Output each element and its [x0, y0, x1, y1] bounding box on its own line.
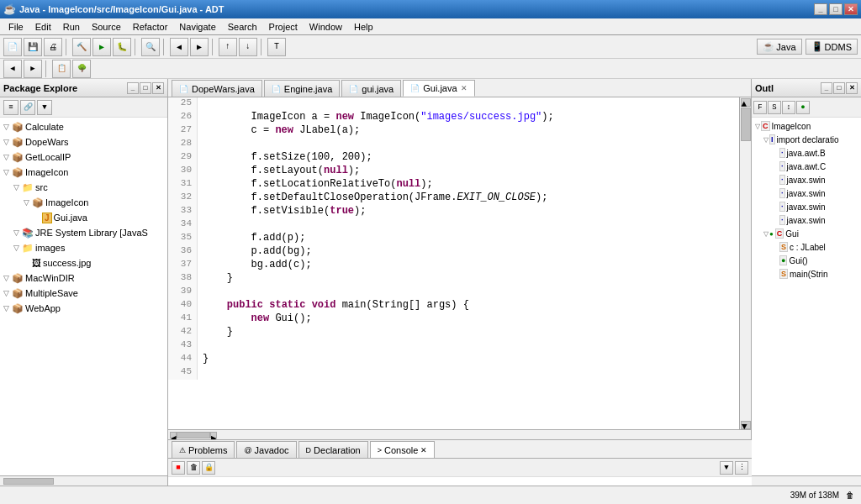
new-button[interactable]: 📄 [3, 38, 22, 56]
outline-sync[interactable]: ● [796, 101, 810, 114]
tree-item[interactable]: ▽📦ImageIcon [2, 165, 166, 180]
outline-item[interactable]: ·javax.swin [753, 186, 859, 200]
build-button[interactable]: 🔨 [72, 38, 91, 56]
line-content[interactable]: } [198, 272, 233, 286]
prev-edit-button[interactable]: ↑ [219, 38, 237, 56]
forward2-button[interactable]: ▶ [24, 60, 42, 78]
menu-item-project[interactable]: Project [264, 20, 303, 34]
java-perspective-button[interactable]: ☕ Java [757, 39, 801, 55]
tab-close-button[interactable]: ✕ [461, 84, 467, 92]
menu-item-run[interactable]: Run [58, 20, 85, 34]
view-menu-button[interactable]: ▼ [37, 100, 52, 115]
gc-button[interactable]: 🗑 [846, 491, 854, 500]
minimize-button[interactable]: _ [814, 3, 827, 15]
tree-item[interactable]: ▽📦WebApp [2, 301, 166, 316]
outline-item[interactable]: ·java.awt.B [753, 146, 859, 160]
editor-tab[interactable]: 📄gui.java [341, 80, 401, 97]
menu-item-navigate[interactable]: Navigate [174, 20, 220, 34]
open-type-button[interactable]: T [267, 38, 286, 56]
tree-expand-icon[interactable]: ▽ [13, 228, 22, 237]
menu-item-edit[interactable]: Edit [30, 20, 56, 34]
outline-item[interactable]: ▽●CGui [753, 227, 859, 240]
menu-item-file[interactable]: File [3, 20, 29, 34]
clear-console-button[interactable]: 🗑 [187, 461, 200, 475]
menu-item-help[interactable]: Help [349, 20, 378, 34]
terminate-button[interactable]: ■ [172, 461, 185, 475]
tree-item[interactable]: ▽📦GetLocalIP [2, 150, 166, 165]
line-content[interactable] [198, 218, 209, 232]
tree-item[interactable]: ▽📚JRE System Library [JavaS [2, 225, 166, 240]
outline-item[interactable]: ·javax.swin [753, 200, 859, 213]
back-button[interactable]: ◀ [170, 38, 188, 56]
link-editor-button[interactable]: 🔗 [20, 100, 35, 115]
line-content[interactable] [198, 339, 209, 353]
outline-item[interactable]: ▽CImageIcon [753, 119, 859, 133]
menu-item-refactor[interactable]: Refactor [128, 20, 173, 34]
line-content[interactable]: bg.add(c); [198, 259, 312, 272]
back2-button[interactable]: ◀ [3, 60, 22, 78]
run-button[interactable]: ▶ [92, 38, 111, 56]
editor-tab[interactable]: 📄Gui.java✕ [403, 80, 474, 97]
outline-minimize[interactable]: _ [821, 82, 832, 94]
line-content[interactable]: public static void main(String[] args) { [198, 299, 469, 312]
scroll-left-arrow[interactable]: ◀ [170, 432, 177, 438]
line-content[interactable]: } [198, 353, 209, 366]
line-content[interactable] [198, 97, 209, 111]
outline-item[interactable]: ·javax.swin [753, 173, 859, 186]
line-content[interactable]: new Gui(); [198, 312, 312, 326]
hscroll-thumb[interactable] [177, 432, 210, 438]
tree-item[interactable]: ▽📦DopeWars [2, 134, 166, 150]
tree-item[interactable]: JGui.java [2, 210, 166, 225]
menu-item-source[interactable]: Source [87, 20, 126, 34]
scroll-up-arrow[interactable]: ▲ [741, 98, 751, 107]
forward-button[interactable]: ▶ [190, 38, 209, 56]
line-content[interactable] [198, 138, 209, 151]
outline-hide-static[interactable]: S [768, 101, 781, 114]
tree-expand-icon[interactable]: ▽ [3, 168, 12, 176]
tree-expand-icon[interactable]: ▽ [13, 244, 22, 252]
line-content[interactable]: f.setVisible(true); [198, 205, 366, 218]
outline-item[interactable]: Smain(Strin [753, 267, 859, 281]
save-button[interactable]: 💾 [24, 38, 42, 56]
pkg-explorer-toggle[interactable]: 📋 [52, 60, 71, 78]
line-content[interactable]: } [198, 326, 233, 339]
line-content[interactable]: f.setLocationRelativeTo(null); [198, 178, 433, 192]
tree-expand-icon[interactable]: ▽ [3, 274, 12, 282]
outline-sort[interactable]: ↕ [782, 101, 795, 114]
tree-item[interactable]: ▽📦ImageIcon [2, 195, 166, 210]
next-edit-button[interactable]: ↓ [239, 38, 257, 56]
close-button[interactable]: ✕ [844, 3, 858, 15]
bottom-tab[interactable]: DDeclaration [298, 441, 368, 458]
vertical-scrollbar[interactable]: ▲ ▼ [739, 97, 751, 429]
line-content[interactable]: f.setDefaultCloseOperation(JFrame.EXIT_O… [198, 192, 547, 205]
close-panel-button[interactable]: ✕ [152, 82, 164, 94]
print-button[interactable]: 🖨 [44, 38, 62, 56]
outline-expand-icon[interactable]: ▽ [763, 136, 769, 144]
line-content[interactable]: f.setSize(100, 200); [198, 151, 372, 165]
line-content[interactable]: f.setLayout(null); [198, 165, 360, 178]
scroll-lock-button[interactable]: 🔒 [202, 461, 215, 475]
outline-item[interactable]: ▽Iimport declaratio [753, 133, 859, 146]
outline-expand-icon[interactable]: ▽ [763, 230, 769, 238]
outline-scrollbar-h[interactable] [752, 475, 861, 486]
outline-item[interactable]: ·java.awt.C [753, 160, 859, 173]
maximize-button[interactable]: □ [829, 3, 843, 15]
debug-button[interactable]: 🐛 [113, 38, 131, 56]
tree-item[interactable]: ▽📦MacWinDIR [2, 270, 166, 286]
line-content[interactable] [198, 366, 209, 380]
tree-expand-icon[interactable]: ▽ [13, 183, 22, 192]
tree-item[interactable]: ▽📁src [2, 180, 166, 195]
bottom-tab-close[interactable]: ✕ [420, 446, 427, 454]
bottom-tab[interactable]: >Console ✕ [370, 441, 436, 458]
collapse-all-button[interactable]: ≡ [3, 100, 18, 115]
outline-item[interactable]: Sc : JLabel [753, 240, 859, 254]
outline-maximize[interactable]: □ [833, 82, 845, 94]
search-button[interactable]: 🔍 [141, 38, 160, 56]
explorer-scrollbar[interactable] [3, 478, 54, 485]
menu-item-search[interactable]: Search [223, 20, 262, 34]
tree-expand-icon[interactable]: ▽ [24, 198, 32, 207]
outline-expand-icon[interactable]: ▽ [755, 123, 760, 130]
scroll-down-arrow[interactable]: ▼ [741, 421, 751, 429]
bottom-tab[interactable]: @Javadoc [236, 441, 296, 458]
tree-expand-icon[interactable]: ▽ [3, 304, 12, 312]
